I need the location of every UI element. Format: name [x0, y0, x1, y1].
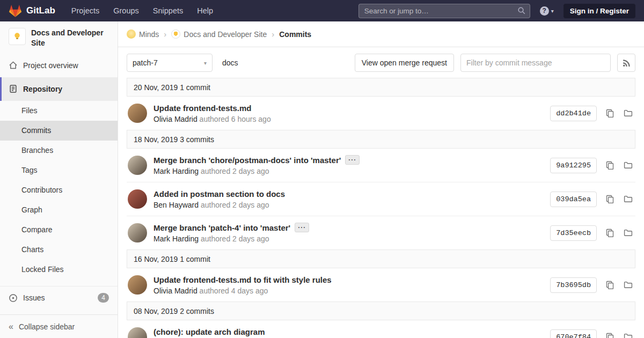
commit-meta-line: Mark Harding authored 2 days ago [153, 167, 550, 175]
commit-title[interactable]: Merge branch 'chore/postman-docs' into '… [153, 156, 341, 165]
commit-author-avatar[interactable] [128, 156, 147, 175]
sidebar-item-project-overview[interactable]: Project overview [0, 54, 118, 77]
sidebar-item-locked-files[interactable]: Locked Files [0, 260, 118, 280]
browse-files-button[interactable] [620, 158, 635, 173]
sidebar-item-charts[interactable]: Charts [0, 240, 118, 260]
sidebar-item-compare[interactable]: Compare [0, 220, 118, 240]
commit-main: (chore): update arch diagram Mark Hardin… [153, 327, 550, 338]
commit-actions: 670e7f84 [550, 329, 635, 338]
project-header[interactable]: Docs and Developer Site [0, 21, 118, 54]
commit-author-name[interactable]: Olivia Madrid [153, 115, 197, 123]
commit-author-avatar[interactable] [128, 104, 147, 123]
commit-row: Merge branch 'patch-4' into 'master' ···… [127, 216, 635, 250]
commit-author-avatar[interactable] [128, 223, 147, 243]
nav-item-help[interactable]: Help [197, 6, 213, 15]
commit-sha[interactable]: 9a912295 [550, 158, 597, 173]
commit-main: Added in postman section to docs Ben Hay… [153, 189, 550, 209]
breadcrumb-label: Docs and Developer Site [184, 30, 267, 39]
commit-sha[interactable]: 039da5ea [550, 192, 597, 207]
sidebar-item-repository[interactable]: Repository [0, 77, 118, 101]
collapse-sidebar-button[interactable]: « Collapse sidebar [0, 314, 118, 338]
browse-files-button[interactable] [620, 329, 635, 338]
commit-filter-input[interactable] [460, 54, 611, 72]
brand-name: GitLab [26, 5, 55, 16]
rss-feed-button[interactable] [617, 54, 635, 72]
commit-main: Merge branch 'chore/postman-docs' into '… [153, 155, 550, 175]
sidebar-item-graph[interactable]: Graph [0, 200, 118, 220]
search-input[interactable] [358, 4, 530, 18]
browse-files-button[interactable] [620, 106, 635, 121]
sidebar-item-commits[interactable]: Commits [0, 121, 118, 141]
commit-author-name[interactable]: Olivia Madrid [153, 286, 197, 295]
branch-selector-label: patch-7 [133, 58, 158, 67]
commit-author-avatar[interactable] [128, 189, 147, 209]
help-icon: ? [540, 6, 549, 16]
commits-toolbar: patch-7 ▾ docs View open merge request [118, 47, 644, 78]
commit-date-header: 20 Nov, 2019 1 commit [127, 78, 635, 97]
copy-sha-button[interactable] [602, 329, 617, 338]
help-menu[interactable]: ? ▾ [540, 6, 554, 16]
folder-icon [624, 229, 633, 238]
copy-icon [605, 195, 614, 203]
browse-files-button[interactable] [620, 192, 635, 207]
commit-title-line: Added in postman section to docs [153, 189, 550, 199]
sidebar-item-tags[interactable]: Tags [0, 160, 118, 180]
commit-description-toggle[interactable]: ··· [295, 223, 309, 232]
nav-item-snippets[interactable]: Snippets [153, 6, 183, 15]
commit-author-name[interactable]: Mark Harding [153, 234, 199, 243]
sidebar-item-label: Repository [23, 85, 62, 93]
commit-description-toggle[interactable]: ··· [345, 155, 360, 165]
commit-author-avatar[interactable] [128, 275, 147, 295]
nav-item-projects[interactable]: Projects [71, 6, 99, 15]
commit-title-line: Merge branch 'patch-4' into 'master' ··· [153, 223, 550, 232]
commit-title[interactable]: Merge branch 'patch-4' into 'master' [153, 223, 290, 232]
commit-sha[interactable]: 7d35eecb [550, 225, 597, 241]
commit-actions: 7b3695db [550, 277, 635, 293]
copy-icon [605, 333, 614, 338]
nav-item-groups[interactable]: Groups [113, 6, 139, 15]
sidebar-item-branches[interactable]: Branches [0, 141, 118, 160]
commit-author-name[interactable]: Mark Harding [153, 167, 199, 175]
copy-sha-button[interactable] [602, 106, 617, 121]
commit-title[interactable]: Added in postman section to docs [153, 189, 285, 199]
branch-selector[interactable]: patch-7 ▾ [127, 54, 213, 72]
navbar-right: ? ▾ Sign in / Register [358, 4, 635, 18]
commit-title[interactable]: (chore): update arch diagram [153, 327, 265, 336]
commit-author-name[interactable]: Ben Hayward [153, 201, 199, 209]
commit-sha[interactable]: 7b3695db [550, 277, 597, 293]
view-merge-request-button[interactable]: View open merge request [355, 54, 454, 72]
sign-in-button[interactable]: Sign in / Register [564, 4, 635, 18]
browse-files-button[interactable] [620, 225, 635, 240]
copy-sha-button[interactable] [602, 225, 617, 240]
copy-sha-button[interactable] [602, 277, 617, 292]
commit-date-header: 18 Nov, 2019 3 commits [127, 130, 635, 149]
repository-icon [9, 84, 18, 93]
main-content: Minds › Docs and Developer Site › Commit… [118, 0, 644, 338]
commit-meta-line: Ben Hayward authored 2 days ago [153, 201, 550, 209]
gitlab-logo[interactable]: GitLab [9, 4, 55, 18]
path-label[interactable]: docs [222, 58, 238, 67]
commit-sha[interactable]: 670e7f84 [550, 329, 597, 338]
commit-meta: authored 2 days ago [201, 234, 269, 243]
copy-sha-button[interactable] [602, 192, 617, 207]
project-sidebar: Docs and Developer Site Project overview… [0, 21, 118, 338]
sidebar-item-issues[interactable]: Issues 4 [0, 286, 118, 310]
commit-sha[interactable]: dd2b41de [550, 106, 597, 121]
commit-title[interactable]: Update frontend-tests.md to fit with sty… [153, 275, 332, 284]
search-icon[interactable] [517, 6, 526, 15]
commit-row: Added in postman section to docs Ben Hay… [127, 182, 635, 216]
sidebar-item-files[interactable]: Files [0, 101, 118, 121]
copy-icon [605, 229, 614, 237]
commit-list: 20 Nov, 2019 1 commit Update frontend-te… [118, 78, 644, 338]
breadcrumb-item-docs-and-developer-site[interactable]: Docs and Developer Site [171, 30, 267, 39]
commit-title[interactable]: Update frontend-tests.md [153, 104, 252, 113]
sidebar-item-contributors[interactable]: Contributors [0, 180, 118, 200]
commit-author-avatar[interactable] [128, 327, 147, 338]
copy-sha-button[interactable] [602, 158, 617, 173]
browse-files-button[interactable] [620, 277, 635, 292]
sidebar-item-label: Issues [23, 293, 45, 302]
commit-meta: authored 6 hours ago [200, 115, 271, 123]
lightbulb-icon [12, 32, 22, 41]
project-avatar [9, 28, 26, 45]
breadcrumb-item-minds[interactable]: Minds [127, 30, 159, 39]
